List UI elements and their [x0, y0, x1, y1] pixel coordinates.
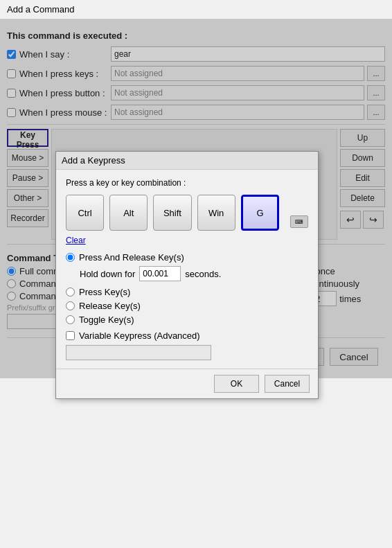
press-release-option: Press And Release Key(s) — [66, 252, 308, 263]
ctrl-key[interactable]: Ctrl — [66, 195, 104, 231]
main-window: This command is executed : When I say : … — [0, 19, 392, 378]
modal-cancel-btn[interactable]: Cancel — [265, 375, 310, 393]
keyboard-icon: ⌨ — [290, 215, 308, 228]
modal-dialog: Add a Keypress Press a key or key combin… — [55, 151, 319, 399]
variable-keypress-row: Variable Keypress (Advanced) — [66, 330, 308, 341]
press-release-radio[interactable] — [66, 253, 75, 262]
variable-keypress-input[interactable] — [66, 345, 211, 360]
modal-title: Add a Keypress — [62, 155, 125, 166]
hold-down-row: Hold down for seconds. — [80, 266, 308, 281]
press-key-radio[interactable] — [66, 288, 75, 297]
key-row: Ctrl Alt Shift Win G ⌨ — [66, 195, 308, 231]
toggle-key-option: Toggle Key(s) — [66, 315, 308, 325]
alt-key[interactable]: Alt — [109, 195, 148, 231]
clear-link[interactable]: Clear — [66, 236, 86, 245]
title-bar: Add a Command — [0, 0, 392, 19]
modal-ok-btn[interactable]: OK — [214, 375, 259, 393]
variable-keypress-checkbox[interactable] — [66, 331, 75, 340]
g-key[interactable]: G — [241, 195, 280, 231]
press-label: Press a key or key combination : — [66, 178, 308, 188]
release-key-option: Release Key(s) — [66, 301, 308, 311]
press-key-option: Press Key(s) — [66, 287, 308, 297]
shift-key[interactable]: Shift — [153, 195, 191, 231]
win-key[interactable]: Win — [197, 195, 235, 231]
toggle-key-radio[interactable] — [66, 315, 75, 324]
title-label: Add a Command — [7, 4, 75, 15]
modal-overlay: Add a Keypress Press a key or key combin… — [0, 19, 392, 378]
release-key-radio[interactable] — [66, 301, 75, 310]
modal-title-bar: Add a Keypress — [56, 152, 318, 170]
modal-body: Press a key or key combination : Ctrl Al… — [56, 170, 318, 369]
modal-footer: OK Cancel — [56, 369, 318, 398]
hold-down-input[interactable] — [139, 266, 181, 281]
